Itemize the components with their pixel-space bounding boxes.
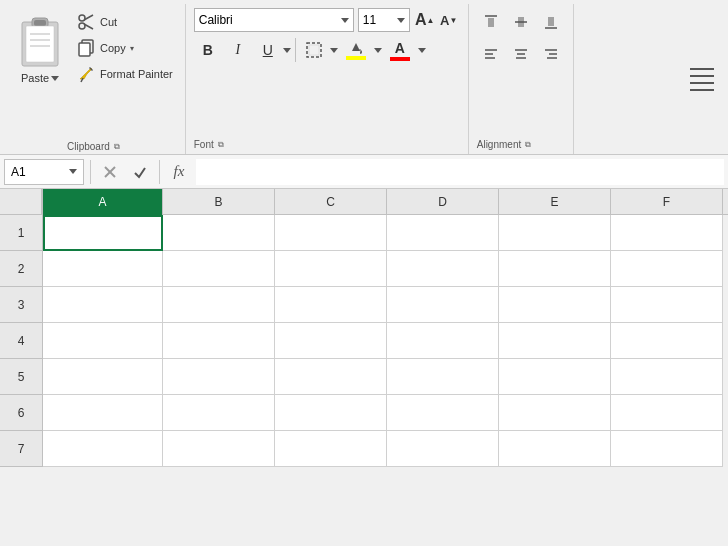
align-top-button[interactable] [477, 8, 505, 36]
cell-B3[interactable] [163, 287, 275, 323]
cell-C1[interactable] [275, 215, 387, 251]
cell-F4[interactable] [611, 323, 723, 359]
cell-D3[interactable] [387, 287, 499, 323]
format-painter-button[interactable]: Format Painter [72, 62, 177, 86]
bold-button[interactable]: B [194, 36, 222, 64]
cell-C6[interactable] [275, 395, 387, 431]
font-name-select[interactable]: Calibri [194, 8, 354, 32]
cell-C2[interactable] [275, 251, 387, 287]
row-header-4[interactable]: 4 [0, 323, 42, 359]
cell-A6[interactable] [43, 395, 163, 431]
svg-rect-3 [26, 26, 54, 62]
col-header-B[interactable]: B [163, 189, 275, 215]
cell-D7[interactable] [387, 431, 499, 467]
clipboard-expander[interactable]: ⧉ [112, 142, 122, 152]
align-row1 [477, 8, 565, 36]
cell-B2[interactable] [163, 251, 275, 287]
col-headers: A B C D E F [43, 189, 728, 215]
row-header-2[interactable]: 2 [0, 251, 42, 287]
cell-E3[interactable] [499, 287, 611, 323]
cell-D5[interactable] [387, 359, 499, 395]
fill-color-button[interactable] [340, 36, 372, 64]
cell-A4[interactable] [43, 323, 163, 359]
confirm-icon [133, 165, 147, 179]
cell-D2[interactable] [387, 251, 499, 287]
cell-E5[interactable] [499, 359, 611, 395]
cell-D6[interactable] [387, 395, 499, 431]
copy-button[interactable]: Copy ▾ [72, 36, 177, 60]
font-group: Calibri 11 A▲ A▼ B I U [186, 4, 469, 154]
alignment-group-label: Alignment ⧉ [477, 139, 565, 150]
function-button[interactable]: fx [166, 159, 192, 185]
row-header-7[interactable]: 7 [0, 431, 42, 467]
align-middle-button[interactable] [507, 8, 535, 36]
align-center-icon [512, 45, 530, 63]
cell-E7[interactable] [499, 431, 611, 467]
row-header-5[interactable]: 5 [0, 359, 42, 395]
formula-confirm-button[interactable] [127, 159, 153, 185]
underline-wrap: U [254, 36, 291, 64]
cell-F5[interactable] [611, 359, 723, 395]
cell-C5[interactable] [275, 359, 387, 395]
underline-dropdown-arrow [283, 48, 291, 53]
col-header-F[interactable]: F [611, 189, 723, 215]
increase-font-size-button[interactable]: A▲ [414, 8, 436, 32]
cut-button[interactable]: Cut [72, 10, 177, 34]
cell-F1[interactable] [611, 215, 723, 251]
grid-row-5 [43, 359, 728, 395]
cell-B5[interactable] [163, 359, 275, 395]
cell-E6[interactable] [499, 395, 611, 431]
font-expander[interactable]: ⧉ [216, 140, 226, 150]
font-size-select[interactable]: 11 [358, 8, 410, 32]
cell-E2[interactable] [499, 251, 611, 287]
cell-F6[interactable] [611, 395, 723, 431]
italic-button[interactable]: I [224, 36, 252, 64]
align-left-button[interactable] [477, 40, 505, 68]
cell-A1[interactable] [43, 215, 163, 251]
col-header-D[interactable]: D [387, 189, 499, 215]
paste-button[interactable]: Paste [12, 8, 68, 88]
cell-A2[interactable] [43, 251, 163, 287]
cell-reference-box[interactable]: A1 [4, 159, 84, 185]
cell-D1[interactable] [387, 215, 499, 251]
underline-button[interactable]: U [254, 36, 282, 64]
cell-D4[interactable] [387, 323, 499, 359]
cell-A7[interactable] [43, 431, 163, 467]
font-color-button[interactable]: A [384, 36, 416, 64]
cell-F2[interactable] [611, 251, 723, 287]
col-header-C[interactable]: C [275, 189, 387, 215]
cell-A3[interactable] [43, 287, 163, 323]
cell-B6[interactable] [163, 395, 275, 431]
alignment-expander[interactable]: ⧉ [523, 140, 533, 150]
formula-cancel-button[interactable] [97, 159, 123, 185]
cell-C7[interactable] [275, 431, 387, 467]
cell-E4[interactable] [499, 323, 611, 359]
cell-F3[interactable] [611, 287, 723, 323]
ribbon: Paste Cut [0, 0, 728, 155]
align-center-button[interactable] [507, 40, 535, 68]
align-right-button[interactable] [537, 40, 565, 68]
align-row2 [477, 40, 565, 68]
col-header-E[interactable]: E [499, 189, 611, 215]
row-header-3[interactable]: 3 [0, 287, 42, 323]
cell-B4[interactable] [163, 323, 275, 359]
row-header-6[interactable]: 6 [0, 395, 42, 431]
copy-label: Copy [100, 42, 126, 54]
decrease-font-size-button[interactable]: A▼ [438, 8, 460, 32]
align-bottom-button[interactable] [537, 8, 565, 36]
col-header-A[interactable]: A [43, 189, 163, 215]
font-color-dropdown-arrow [418, 48, 426, 53]
cell-A5[interactable] [43, 359, 163, 395]
cell-B1[interactable] [163, 215, 275, 251]
clipboard-group-label: Clipboard ⧉ [67, 141, 122, 152]
cell-B7[interactable] [163, 431, 275, 467]
row-header-1[interactable]: 1 [0, 215, 42, 251]
cell-F7[interactable] [611, 431, 723, 467]
fill-color-indicator [346, 56, 366, 60]
cell-C3[interactable] [275, 287, 387, 323]
formula-input[interactable] [196, 159, 724, 185]
menu-line-3 [690, 82, 714, 84]
border-button[interactable] [300, 36, 328, 64]
cell-E1[interactable] [499, 215, 611, 251]
cell-C4[interactable] [275, 323, 387, 359]
